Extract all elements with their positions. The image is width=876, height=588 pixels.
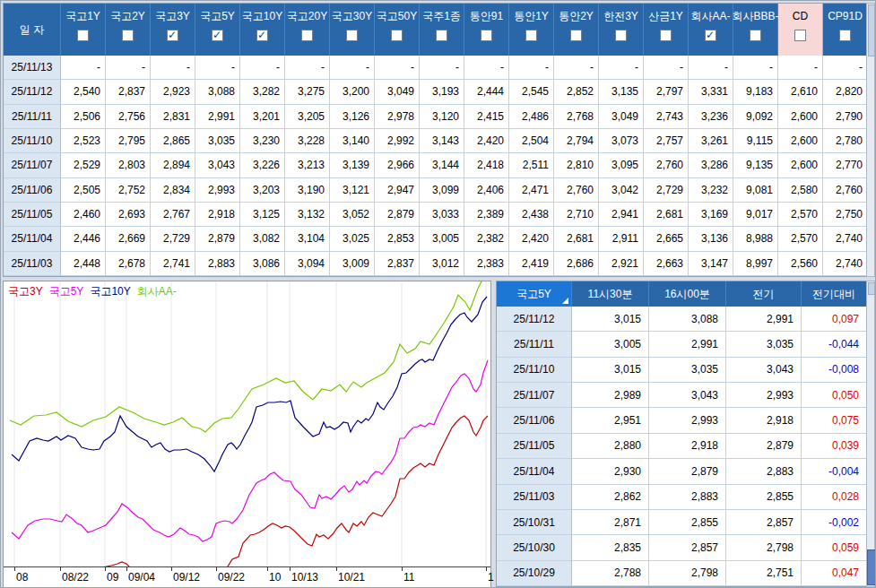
column-checkbox[interactable] <box>77 30 89 41</box>
yield-cell: 2,600 <box>778 129 823 153</box>
row-date[interactable]: 25/11/06 <box>4 178 61 203</box>
detail-row-date[interactable]: 25/10/31 <box>497 510 572 535</box>
scrollbar-thumb[interactable] <box>868 4 875 56</box>
column-checkbox[interactable] <box>212 30 223 41</box>
row-date[interactable]: 25/11/04 <box>4 227 61 251</box>
detail-value-cell: 3,035 <box>649 358 726 383</box>
detail-row-date[interactable]: 25/11/06 <box>497 408 572 433</box>
detail-row[interactable]: 25/11/113,0052,9913,035-0,044 <box>497 332 865 357</box>
detail-column-header[interactable]: 16시00분 <box>649 281 726 307</box>
column-header[interactable]: CP91D <box>823 4 868 56</box>
column-checkbox[interactable] <box>346 30 358 41</box>
yield-cell: 2,681 <box>554 227 599 251</box>
column-header[interactable]: 통안91 <box>464 4 509 56</box>
column-checkbox[interactable] <box>794 30 806 41</box>
detail-row-date[interactable]: 25/10/29 <box>497 561 572 586</box>
yield-cell: 3,095 <box>599 153 644 177</box>
column-checkbox[interactable] <box>839 30 851 41</box>
detail-column-header[interactable]: 11시30분 <box>572 281 649 307</box>
column-checkbox[interactable] <box>122 30 134 41</box>
column-header[interactable]: 국고5Y <box>195 4 240 56</box>
detail-row[interactable]: 25/11/052,8802,9182,8790,039 <box>497 434 865 459</box>
column-checkbox[interactable] <box>391 30 403 41</box>
column-header[interactable]: 회사AA- <box>689 4 733 56</box>
detail-row-date[interactable]: 25/11/04 <box>497 459 572 484</box>
detail-row[interactable]: 25/11/032,8622,8832,8550,028 <box>497 485 865 510</box>
column-header[interactable]: 국고20Y <box>285 4 330 56</box>
row-date[interactable]: 25/11/13 <box>4 56 61 80</box>
detail-row[interactable]: 25/11/042,9302,8792,883-0,004 <box>497 459 865 484</box>
top-table-scrollbar[interactable] <box>866 3 875 277</box>
column-checkbox[interactable] <box>705 30 716 41</box>
column-header[interactable]: 국고1Y <box>61 4 106 56</box>
yield-cell: 3,082 <box>240 227 285 251</box>
column-header[interactable]: CD <box>778 4 823 56</box>
detail-value-cell: 2,855 <box>726 485 802 510</box>
detail-row[interactable]: 25/10/302,8352,8572,7980,059 <box>497 535 865 560</box>
column-checkbox[interactable] <box>570 30 582 41</box>
column-header[interactable]: 국고2Y <box>106 4 151 56</box>
detail-row-date[interactable]: 25/10/30 <box>497 535 572 560</box>
column-header[interactable]: 통안1Y <box>509 4 554 56</box>
detail-row-date[interactable]: 25/11/12 <box>497 307 572 332</box>
detail-row[interactable]: 25/11/123,0153,0882,9910,097 <box>497 307 865 332</box>
scrollbar-top-box[interactable] <box>868 282 875 295</box>
column-checkbox[interactable] <box>256 30 268 41</box>
detail-value-cell: 2,879 <box>726 434 802 459</box>
column-checkbox[interactable] <box>525 30 537 41</box>
yield-cell: 2,686 <box>554 252 599 276</box>
column-checkbox[interactable] <box>301 30 313 41</box>
column-header[interactable]: 국고10Y <box>240 4 285 56</box>
column-label: 회사AA- <box>690 10 730 22</box>
table-row[interactable]: 25/11/112,5062,7562,8312,9913,2013,2053,… <box>4 105 866 129</box>
column-checkbox[interactable] <box>436 30 447 41</box>
row-date[interactable]: 25/11/11 <box>4 105 61 129</box>
table-row[interactable]: 25/11/122,5402,8372,9233,0883,2823,2753,… <box>4 80 866 104</box>
detail-column-header[interactable]: 전기대비 <box>802 281 867 307</box>
column-checkbox[interactable] <box>660 30 672 41</box>
table-row[interactable]: 25/11/042,4462,6692,7292,8793,0823,1043,… <box>4 227 866 251</box>
detail-row[interactable]: 25/11/062,9512,9932,9180,075 <box>497 408 865 433</box>
scrollbar-thumb[interactable] <box>867 549 876 585</box>
row-date[interactable]: 25/11/03 <box>4 252 61 276</box>
detail-row[interactable]: 25/10/292,7882,7982,7510,047 <box>497 561 865 586</box>
detail-row-date[interactable]: 25/11/10 <box>497 358 572 383</box>
column-checkbox[interactable] <box>481 30 492 41</box>
detail-table-scrollbar[interactable] <box>866 281 875 587</box>
date-column-header[interactable]: 일 자 <box>4 4 61 56</box>
column-header[interactable]: 국고3Y <box>151 4 195 56</box>
column-header[interactable]: 회사BBB- <box>733 4 778 56</box>
table-row[interactable]: 25/11/13------------------ <box>4 56 866 80</box>
detail-row-date[interactable]: 25/11/07 <box>497 383 572 408</box>
column-header[interactable]: 통안2Y <box>554 4 599 56</box>
row-date[interactable]: 25/11/07 <box>4 153 61 177</box>
table-row[interactable]: 25/11/062,5052,7522,8342,9933,2033,1903,… <box>4 178 866 203</box>
yield-cell: 9,092 <box>733 105 778 129</box>
column-checkbox[interactable] <box>615 30 627 41</box>
row-date[interactable]: 25/11/12 <box>4 80 61 104</box>
axis-tick-label: 11 <box>403 571 414 584</box>
detail-row[interactable]: 25/10/312,8712,8552,857-0,002 <box>497 510 865 535</box>
column-checkbox[interactable] <box>167 30 178 41</box>
detail-row-date[interactable]: 25/11/03 <box>497 485 572 510</box>
detail-title-header[interactable]: 국고5Y <box>497 281 572 307</box>
detail-row[interactable]: 25/11/103,0153,0353,043-0,008 <box>497 358 865 383</box>
table-row[interactable]: 25/11/052,4602,6932,7672,9183,1253,1323,… <box>4 203 866 227</box>
table-row[interactable]: 25/11/032,4482,6782,7412,8833,0863,0943,… <box>4 252 866 276</box>
table-row[interactable]: 25/11/072,5292,8032,8943,0433,2263,2133,… <box>4 153 866 177</box>
detail-row-date[interactable]: 25/11/11 <box>497 332 572 357</box>
detail-row[interactable]: 25/11/072,9893,0432,9930,050 <box>497 383 865 408</box>
column-checkbox[interactable] <box>750 30 761 41</box>
column-header[interactable]: 한전3Y <box>599 4 644 56</box>
column-header[interactable]: 국고30Y <box>330 4 375 56</box>
detail-column-header[interactable]: 전기 <box>726 281 802 307</box>
row-date[interactable]: 25/11/10 <box>4 129 61 153</box>
row-date[interactable]: 25/11/05 <box>4 203 61 227</box>
column-header[interactable]: 국고50Y <box>375 4 420 56</box>
column-header[interactable]: 산금1Y <box>644 4 689 56</box>
detail-row-date[interactable]: 25/11/05 <box>497 434 572 459</box>
detail-value-cell: 2,951 <box>572 408 649 433</box>
column-header[interactable]: 국주1종 <box>420 4 464 56</box>
yield-cell: 3,132 <box>285 203 330 227</box>
table-row[interactable]: 25/11/102,5232,7952,8653,0353,2303,2283,… <box>4 129 866 153</box>
